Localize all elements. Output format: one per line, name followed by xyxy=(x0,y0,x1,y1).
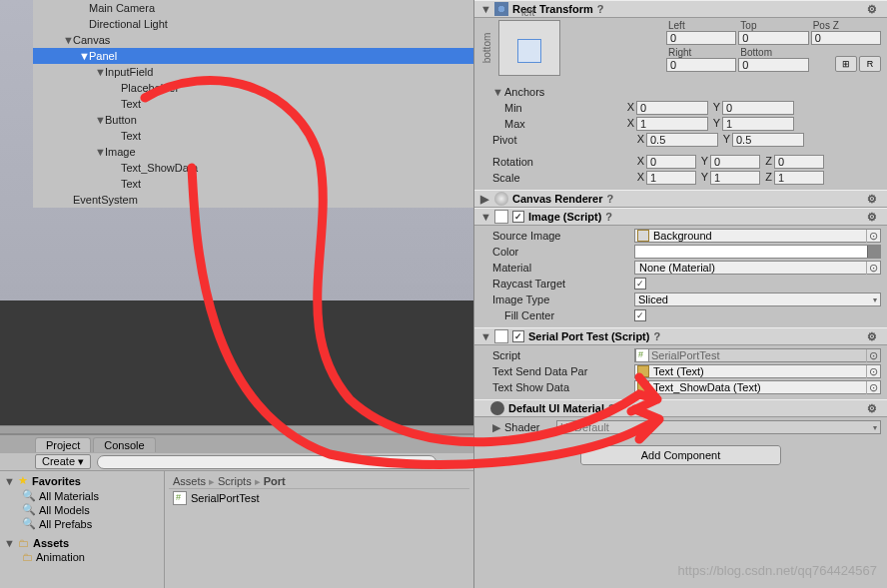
project-search-input[interactable] xyxy=(97,455,437,469)
anchor-min-y[interactable]: 0 xyxy=(722,101,794,115)
gear-icon[interactable]: ⚙ xyxy=(867,193,881,206)
image-type-dropdown[interactable]: Sliced▾ xyxy=(634,293,881,306)
hierarchy-item[interactable]: Main Camera xyxy=(33,0,473,16)
hierarchy-item[interactable]: ▼Image xyxy=(33,144,473,160)
pivot-y[interactable]: 0.5 xyxy=(732,133,804,147)
gear-icon[interactable]: ⚙ xyxy=(867,211,881,224)
fill-center-checkbox[interactable]: ✓ xyxy=(634,309,646,321)
panel-divider[interactable] xyxy=(0,425,473,434)
enable-checkbox[interactable]: ✓ xyxy=(512,211,524,223)
script-label: Script xyxy=(492,349,632,361)
favorite-item[interactable]: 🔍All Prefabs xyxy=(4,516,160,530)
star-icon: ★ xyxy=(18,474,28,487)
color-field[interactable] xyxy=(634,245,881,259)
hierarchy-item[interactable]: ▼Panel xyxy=(33,48,473,64)
help-icon[interactable]: ? xyxy=(607,193,621,205)
material-title: Default UI Material xyxy=(508,402,604,414)
rot-y[interactable]: 0 xyxy=(710,155,760,169)
scale-x[interactable]: 1 xyxy=(646,171,696,185)
foldout-icon[interactable]: ▼ xyxy=(492,86,502,98)
anchor-max-x[interactable]: 1 xyxy=(636,117,708,131)
bottom-field[interactable]: 0 xyxy=(738,58,808,72)
foldout-icon[interactable]: ▶ xyxy=(492,421,502,434)
canvas-renderer-icon xyxy=(494,192,508,206)
object-picker-icon[interactable]: ⊙ xyxy=(866,365,880,378)
posz-field[interactable]: 0 xyxy=(811,31,881,45)
tab-console[interactable]: Console xyxy=(93,437,155,452)
gear-icon[interactable]: ⚙ xyxy=(867,3,881,16)
component-header-image[interactable]: ▼ ✓ Image (Script) ? ⚙ xyxy=(474,208,887,226)
tab-project[interactable]: Project xyxy=(35,437,91,452)
scale-z[interactable]: 1 xyxy=(774,171,824,185)
hierarchy-item[interactable]: Directional Light xyxy=(33,16,473,32)
material-field[interactable]: None (Material)⊙ xyxy=(634,261,881,275)
text-show-label: Text Show Data xyxy=(492,381,632,393)
blueprint-toggle[interactable]: ⊞ xyxy=(835,56,857,72)
material-header[interactable]: Default UI Material ? ⚙ xyxy=(474,399,887,417)
foldout-icon: ▶ xyxy=(480,193,490,206)
project-panel: Project Console Create ▾ ▼★Favorites 🔍Al… xyxy=(0,434,473,588)
component-header-serial-port-test[interactable]: ▼ ✓ Serial Port Test (Script) ? ⚙ xyxy=(474,327,887,345)
hierarchy-item[interactable]: Text xyxy=(33,128,473,144)
shader-label: Shader xyxy=(504,421,554,433)
add-component-button[interactable]: Add Component xyxy=(580,445,782,465)
favorite-item[interactable]: 🔍All Materials xyxy=(4,488,160,502)
pivot-x[interactable]: 0.5 xyxy=(646,133,718,147)
anchor-preset-button[interactable]: left bottom xyxy=(498,20,560,76)
hierarchy-item[interactable]: Text xyxy=(33,176,473,192)
raycast-checkbox[interactable]: ✓ xyxy=(634,278,646,290)
raw-edit-toggle[interactable]: R xyxy=(859,56,881,72)
gear-icon[interactable]: ⚙ xyxy=(867,330,881,343)
scale-y[interactable]: 1 xyxy=(710,171,760,185)
breadcrumb[interactable]: Assets▸Scripts▸Port xyxy=(169,473,469,489)
text-show-field[interactable]: Text_ShowData (Text)⊙ xyxy=(634,380,881,394)
dropdown-icon: ▾ xyxy=(873,423,877,432)
text-send-field[interactable]: Text (Text)⊙ xyxy=(634,364,881,378)
source-image-field[interactable]: Background⊙ xyxy=(634,229,881,243)
assets-header[interactable]: ▼🗀Assets xyxy=(4,536,160,550)
hierarchy-panel: Main CameraDirectional Light▼Canvas▼Pane… xyxy=(33,0,473,208)
gear-icon[interactable]: ⚙ xyxy=(867,402,881,415)
search-icon: 🔍 xyxy=(22,517,36,530)
anchor-min-x[interactable]: 0 xyxy=(636,101,708,115)
hierarchy-item[interactable]: ▼Button xyxy=(33,112,473,128)
favorites-label: Favorites xyxy=(32,475,81,487)
hierarchy-item[interactable]: ▼InputField xyxy=(33,64,473,80)
anchor-max-y[interactable]: 1 xyxy=(722,117,794,131)
object-picker-icon[interactable]: ⊙ xyxy=(866,262,880,275)
right-field[interactable]: 0 xyxy=(666,58,736,72)
hierarchy-item[interactable]: EventSystem xyxy=(33,192,473,208)
hierarchy-item[interactable]: Placeholder xyxy=(33,80,473,96)
hierarchy-item[interactable]: Text xyxy=(33,96,473,112)
hierarchy-item[interactable]: Text_ShowData xyxy=(33,160,473,176)
scene-view: Main CameraDirectional Light▼Canvas▼Pane… xyxy=(0,0,473,425)
hierarchy-item[interactable]: ▼Canvas xyxy=(33,32,473,48)
component-header-canvas-renderer[interactable]: ▶ Canvas Renderer ? ⚙ xyxy=(474,190,887,208)
scale-label: Scale xyxy=(492,172,632,184)
help-icon[interactable]: ? xyxy=(608,402,622,414)
shader-dropdown[interactable]: UI/Default▾ xyxy=(556,420,881,434)
rot-z[interactable]: 0 xyxy=(774,155,824,169)
help-icon[interactable]: ? xyxy=(653,330,667,342)
enable-checkbox[interactable]: ✓ xyxy=(512,330,524,342)
favorite-item[interactable]: 🔍All Models xyxy=(4,502,160,516)
asset-item[interactable]: SerialPortTest xyxy=(169,489,469,507)
top-field[interactable]: 0 xyxy=(738,31,808,45)
asset-folder-item[interactable]: 🗀Animation xyxy=(4,550,160,563)
help-icon[interactable]: ? xyxy=(597,3,611,15)
object-picker-icon[interactable]: ⊙ xyxy=(866,230,880,243)
left-field[interactable]: 0 xyxy=(666,31,736,45)
favorites-header[interactable]: ▼★Favorites xyxy=(4,473,160,488)
inspector-panel: ▼ Rect Transform ? ⚙ left bottom Left0 xyxy=(474,0,887,588)
text-icon xyxy=(637,381,649,393)
object-picker-icon[interactable]: ⊙ xyxy=(866,349,880,362)
rot-x[interactable]: 0 xyxy=(646,155,696,169)
help-icon[interactable]: ? xyxy=(605,211,619,223)
pivot-label: Pivot xyxy=(492,134,632,146)
component-header-rect-transform[interactable]: ▼ Rect Transform ? ⚙ xyxy=(474,0,887,18)
create-button[interactable]: Create ▾ xyxy=(35,454,91,469)
foldout-icon: ▼ xyxy=(480,211,490,223)
material-label: Material xyxy=(492,262,632,274)
object-picker-icon[interactable]: ⊙ xyxy=(866,381,880,394)
foldout-icon: ▼ xyxy=(480,330,490,342)
